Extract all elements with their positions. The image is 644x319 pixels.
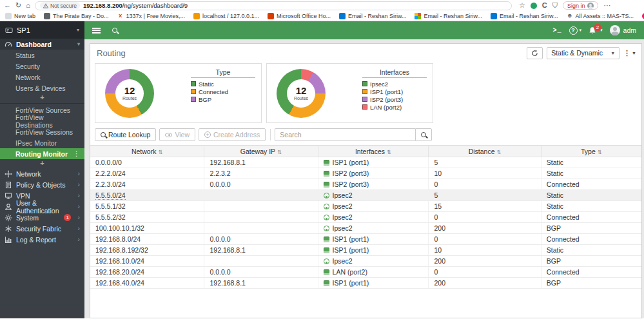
table-row[interactable]: 5.5.5.0/24 Ipsec2 5 Static bbox=[90, 190, 641, 201]
gateway-cell bbox=[204, 212, 318, 223]
type-cell: Connected bbox=[541, 179, 641, 190]
legend-item[interactable]: Ipsec2 bbox=[362, 80, 427, 88]
legend-item[interactable]: LAN (port2) bbox=[362, 103, 427, 111]
legend-item[interactable]: Static bbox=[191, 80, 255, 88]
extension-icon[interactable] bbox=[531, 3, 537, 9]
view-mode-select[interactable]: Static & Dynamic ▼ bbox=[547, 47, 620, 59]
hamburger-menu-icon[interactable] bbox=[92, 28, 101, 34]
sign-in-button[interactable]: Sign in bbox=[563, 1, 599, 10]
sidebar-item-users-devices[interactable]: Users & Devices bbox=[0, 82, 84, 93]
favorite-star-icon[interactable]: ☆ bbox=[519, 2, 525, 9]
ipsec-tunnel-icon bbox=[324, 204, 329, 209]
cli-console-icon[interactable]: >_ bbox=[553, 27, 562, 34]
chart-icon bbox=[5, 236, 12, 244]
network-cell: 192.168.8.192/32 bbox=[95, 246, 148, 254]
sidebar-item-policy-objects[interactable]: Policy & Objects› bbox=[0, 179, 84, 190]
sidebar-item-fortiview-sessions[interactable]: FortiView Sessions bbox=[0, 126, 84, 137]
table-row[interactable]: 2.2.3.0/24 0.0.0.0 ISP2 (port3) 0 Connec… bbox=[90, 179, 641, 190]
table-row[interactable]: 192.168.20.0/24 0.0.0.0 LAN (port2) 0 Co… bbox=[90, 267, 641, 278]
bookmark-item[interactable]: The Pirate Bay - Do... bbox=[44, 13, 109, 19]
sidebar-item-ipsec-monitor[interactable]: IPsec Monitor bbox=[0, 137, 84, 148]
chevron-right-icon: › bbox=[77, 236, 80, 243]
sidebar-item-label: Network bbox=[15, 73, 41, 81]
sort-icon: ⇅ bbox=[158, 149, 162, 155]
create-address-button[interactable]: + Create Address bbox=[199, 128, 266, 141]
network-cell: 2.2.2.0/24 bbox=[95, 169, 126, 177]
notification-count-badge: 2 bbox=[594, 24, 601, 31]
bookmark-label: localhost / 127.0.0.1... bbox=[202, 13, 259, 19]
reload-icon[interactable]: ↻ bbox=[15, 2, 21, 9]
notifications-menu[interactable]: 2 ▾ bbox=[589, 26, 603, 35]
interface-cell: Ipsec2 bbox=[333, 257, 353, 265]
profile-avatar-icon bbox=[587, 3, 594, 9]
column-header-distance[interactable]: Distance⇅ bbox=[429, 146, 541, 157]
legend-item[interactable]: BGP bbox=[191, 95, 255, 103]
sign-in-label: Sign in bbox=[567, 3, 585, 9]
bookmark-item[interactable]: X 1337x | Free Movies,... bbox=[117, 13, 185, 19]
sidebar-item-routing-monitor[interactable]: Routing Monitor⋮ bbox=[0, 148, 84, 159]
search-button[interactable] bbox=[415, 128, 432, 141]
legend-swatch bbox=[362, 81, 367, 86]
sidebar-item-security-fabric[interactable]: Security Fabric› bbox=[0, 223, 84, 234]
sidebar-item-user-authentication[interactable]: User & Authentication› bbox=[0, 201, 84, 212]
notification-badge: 1 bbox=[64, 214, 71, 221]
help-menu[interactable]: ? ▾ bbox=[569, 26, 582, 35]
distance-cell: 10 bbox=[429, 168, 541, 179]
view-button[interactable]: View bbox=[159, 128, 195, 141]
table-row[interactable]: 0.0.0.0/0 192.168.8.1 ISP1 (port1) 5 Sta… bbox=[90, 157, 641, 168]
bookmark-favicon bbox=[193, 13, 200, 19]
bookmark-item[interactable]: New tab bbox=[5, 13, 35, 19]
sidebar-add-button[interactable]: + bbox=[0, 159, 84, 168]
sidebar-item-fortiview-destinations[interactable]: FortiView Destinations bbox=[0, 115, 84, 126]
sidebar-item-security[interactable]: Security bbox=[0, 61, 84, 72]
global-search-icon[interactable] bbox=[112, 28, 117, 33]
column-header-interfaces[interactable]: Interfaces⇅ bbox=[318, 146, 429, 157]
browser-menu-icon[interactable]: ⋯ bbox=[603, 2, 610, 9]
table-row[interactable]: 2.2.2.0/24 2.2.3.2 ISP2 (port3) 10 Stati… bbox=[90, 168, 641, 179]
table-row[interactable]: 5.5.5.1/32 Ipsec2 15 Static bbox=[90, 201, 641, 212]
sort-icon: ⇅ bbox=[277, 149, 282, 155]
column-header-network[interactable]: Network⇅ bbox=[90, 146, 204, 157]
widget-options-menu[interactable]: ⋮ ▼ bbox=[623, 49, 636, 57]
column-header-type[interactable]: Type⇅ bbox=[541, 146, 641, 157]
home-icon[interactable]: ⌂ bbox=[26, 2, 30, 9]
interfaces-donut[interactable]: 12 Routes bbox=[277, 69, 326, 118]
legend-item[interactable]: ISP2 (port3) bbox=[362, 95, 427, 103]
column-header-gateway-ip[interactable]: Gateway IP⇅ bbox=[204, 146, 318, 157]
search-input[interactable] bbox=[275, 128, 415, 141]
not-secure-chip[interactable]: Not secure bbox=[40, 2, 80, 9]
route-lookup-button[interactable]: Route Lookup bbox=[95, 128, 156, 141]
type-cell: Connected bbox=[541, 212, 641, 223]
user-menu[interactable]: adm bbox=[610, 25, 636, 35]
extension-c-icon[interactable]: C bbox=[542, 2, 547, 9]
table-row[interactable]: 192.168.10.0/24 Ipsec2 200 BGP bbox=[90, 256, 641, 267]
distance-cell: 5 bbox=[429, 190, 541, 201]
collections-icon[interactable]: ⛉ bbox=[552, 2, 558, 9]
bookmark-item[interactable]: Email - Reshan Siriw... bbox=[415, 13, 482, 19]
bookmark-item[interactable]: localhost / 127.0.0.1... bbox=[193, 13, 259, 19]
table-row[interactable]: 192.168.8.0/24 0.0.0.0 ISP1 (port1) 0 Co… bbox=[90, 234, 641, 245]
back-icon[interactable]: ← bbox=[4, 2, 11, 9]
sidebar-item-status[interactable]: Status bbox=[0, 50, 84, 61]
sidebar-item-network[interactable]: Network› bbox=[0, 168, 84, 179]
sidebar-item-dashboard[interactable]: Dashboard▾ bbox=[0, 39, 84, 50]
bookmark-item[interactable]: ⊕ All Assets :: MAS-TS... bbox=[566, 13, 634, 19]
bookmark-item[interactable]: Email - Reshan Siriw... bbox=[339, 13, 407, 19]
table-row[interactable]: 5.5.5.2/32 Ipsec2 0 Connected bbox=[90, 212, 641, 223]
address-bar[interactable]: Not secure 192.168.8.200/ng/system/dashb… bbox=[35, 1, 512, 10]
refresh-button[interactable] bbox=[527, 47, 543, 59]
gateway-cell: 0.0.0.0 bbox=[204, 179, 318, 190]
sidebar-add-button[interactable]: + bbox=[0, 93, 84, 102]
table-row[interactable]: 192.168.40.0/24 192.168.8.1 ISP1 (port1)… bbox=[90, 278, 641, 289]
bookmark-item[interactable]: Email - Reshan Siriw... bbox=[491, 13, 558, 19]
table-row[interactable]: 100.100.10.1/32 Ipsec2 200 BGP bbox=[90, 223, 641, 234]
sidebar-item-log-report[interactable]: Log & Report› bbox=[0, 234, 84, 245]
legend-item[interactable]: Connected bbox=[191, 88, 255, 95]
chevron-down-icon: ▼ bbox=[610, 51, 615, 55]
vdom-selector[interactable]: SP1 ▾ bbox=[0, 21, 84, 39]
type-donut[interactable]: 12 Routes bbox=[105, 69, 154, 118]
table-row[interactable]: 192.168.8.192/32 192.168.8.1 ISP1 (port1… bbox=[90, 245, 641, 256]
legend-item[interactable]: ISP1 (port1) bbox=[362, 88, 427, 95]
bookmark-item[interactable]: Microsoft Office Ho... bbox=[268, 13, 331, 19]
sidebar-item-network[interactable]: Network bbox=[0, 72, 84, 82]
